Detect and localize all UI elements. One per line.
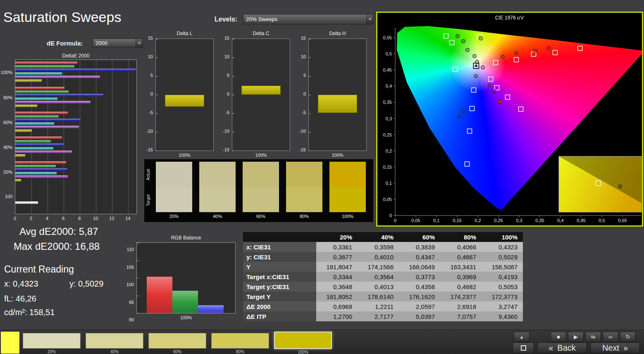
record-button[interactable] <box>513 342 534 354</box>
delta-c-chart: Delta C 151050-5-10-15 100% <box>222 31 292 159</box>
sweep-patch-100%[interactable]: 100% <box>274 332 332 354</box>
next-button[interactable]: Next » <box>590 342 640 354</box>
rgb-y-tick: 90 <box>129 317 134 322</box>
continuous-button[interactable]: ∞ <box>603 332 618 342</box>
sweep-patch-label: 40% <box>86 349 143 354</box>
svg-text:0,45: 0,45 <box>383 67 392 72</box>
levels-label: Levels: <box>215 16 237 23</box>
sweep-patch-label: 60% <box>148 349 206 354</box>
deltae-group-label: 100% <box>1 70 12 75</box>
table-cell: 5,0397 <box>399 311 440 321</box>
cie-measurement-marker <box>498 100 501 103</box>
delta-c-y-axis: 151050-5-10-15 <box>222 38 230 151</box>
stop-button[interactable]: ■ <box>551 332 566 342</box>
back-button[interactable]: « Back <box>537 342 587 354</box>
table-row-label: Target x:CIE31 <box>243 272 316 282</box>
table-row-label: Y <box>243 262 316 272</box>
deltae-bar-40%-magenta <box>15 151 72 153</box>
delta-y-tick: -5 <box>302 110 306 115</box>
deltae-bar-80%-blue <box>15 94 103 96</box>
chevron-down-icon[interactable]: ▼ <box>366 14 373 24</box>
table-row: x: CIE310,33610,35980,38390,40660,4323 <box>243 242 523 252</box>
delta-y-tick: 5 <box>150 73 153 78</box>
sweep-patch-label: 80% <box>211 349 269 354</box>
table-cell: 174,1566 <box>358 262 399 272</box>
deltae-x-tick: 4 <box>43 216 52 221</box>
target-swatch <box>199 187 236 212</box>
swatch-column-100%: 100% <box>329 162 366 219</box>
deltae-group-label: 80% <box>3 95 12 100</box>
delta-y-tick: -10 <box>299 129 306 134</box>
chevron-down-icon[interactable]: ▼ <box>136 39 143 48</box>
table-cell: 0,4347 <box>399 252 440 262</box>
actual-swatch <box>329 162 366 187</box>
sweep-patch-40%[interactable]: 40% <box>86 333 143 354</box>
table-cell: 0,4323 <box>482 242 523 252</box>
deltae-bar-40%-blue <box>15 144 64 146</box>
delta-y-tick: 5 <box>227 73 229 78</box>
table-column-header: 20% <box>316 232 358 242</box>
table-cell: 178,6140 <box>358 292 399 301</box>
deltae-bar-80%-cyan <box>15 98 57 100</box>
target-swatch <box>156 187 192 212</box>
svg-text:0,05: 0,05 <box>383 197 392 202</box>
table-cell: 181,8047 <box>316 262 358 272</box>
svg-text:0,2: 0,2 <box>475 218 481 223</box>
page-title: Saturation Sweeps <box>3 9 121 25</box>
svg-text:0,35: 0,35 <box>383 100 392 105</box>
table-cell: 0,4066 <box>440 242 482 252</box>
sweep-patch-80%[interactable]: 80% <box>211 333 269 354</box>
cie-measurement-marker <box>466 48 469 52</box>
levels-dropdown[interactable]: 20% Sweeps ▼ <box>243 14 374 24</box>
rgb-y-tick: 95 <box>129 300 134 305</box>
deltae-x-tick: 6 <box>59 216 68 221</box>
sweep-patch-20%[interactable]: 20% <box>23 333 81 354</box>
deltae-x-tick: 10 <box>91 216 100 221</box>
table-row: Target Y181,8052178,6140176,1620174,2377… <box>243 292 523 301</box>
back-chevrons-icon: « <box>549 343 553 353</box>
rgb-y-tick: 110 <box>126 247 134 252</box>
loop-button[interactable]: ↻ <box>620 332 636 342</box>
sweep-patch-label: 100% <box>274 350 332 354</box>
target-row-label: Target <box>146 188 151 212</box>
table-cell: 0,3839 <box>399 242 440 252</box>
table-row: ΔE 20000,69681,22112,05972,69183,2747 <box>243 301 523 311</box>
table-cell: 174,2377 <box>440 292 482 301</box>
delta-h-x-label: 100% <box>308 153 367 158</box>
table-cell: 0,5053 <box>482 282 523 292</box>
cie-measurement-marker <box>493 90 496 93</box>
table-cell: 172,3773 <box>482 292 523 301</box>
cie-measurement-marker <box>479 36 482 40</box>
table-cell: 181,8052 <box>316 292 358 301</box>
swatch-column-80%: 80% <box>286 162 322 219</box>
play-button[interactable]: ▶ <box>568 332 584 342</box>
rgb-balance-plot-area <box>136 242 236 313</box>
delta-y-tick: -15 <box>299 147 306 152</box>
step-button[interactable]: ⇆ <box>585 332 601 342</box>
table-row: Y181,8047174,1566168,0649163,3431158,508… <box>243 262 523 272</box>
table-cell: 0,6968 <box>316 301 358 311</box>
cie-target-marker <box>444 34 448 38</box>
svg-text:0,5: 0,5 <box>386 51 392 56</box>
bottom-bar: 20%40%60%80%100% ▴■▶⇆∞↻ « Back Next » <box>0 330 644 354</box>
target-swatch <box>329 187 366 212</box>
svg-text:0,35: 0,35 <box>535 218 544 223</box>
swatch-column-20%: 20% <box>156 162 192 219</box>
deltae-group-label: 100 <box>5 194 12 199</box>
deltae-bar-20%-magenta <box>15 175 68 178</box>
delta-y-tick: 15 <box>301 36 306 41</box>
swatch-column-label: 60% <box>243 214 279 219</box>
svg-text:0,05: 0,05 <box>411 218 420 223</box>
actual-target-swatch-strip: Actual Target 20%40%60%80%100% <box>144 159 373 222</box>
de-formula-dropdown[interactable]: 2000 ▼ <box>93 38 143 48</box>
svg-text:0: 0 <box>394 218 396 223</box>
rgb-bar-red <box>147 277 172 313</box>
eject-button[interactable]: ▴ <box>514 332 530 342</box>
deltae-bar-80%-yellow <box>15 105 37 107</box>
svg-text:0,4: 0,4 <box>557 218 563 223</box>
cie-measurement-marker <box>458 115 461 118</box>
table-row-label: ΔE 2000 <box>243 301 316 311</box>
app-root: Saturation Sweeps Levels: 20% Sweeps ▼ d… <box>0 0 644 354</box>
sweep-patch-60%[interactable]: 60% <box>148 333 206 354</box>
delta-h-y-axis: 151050-5-10-15 <box>298 38 307 151</box>
